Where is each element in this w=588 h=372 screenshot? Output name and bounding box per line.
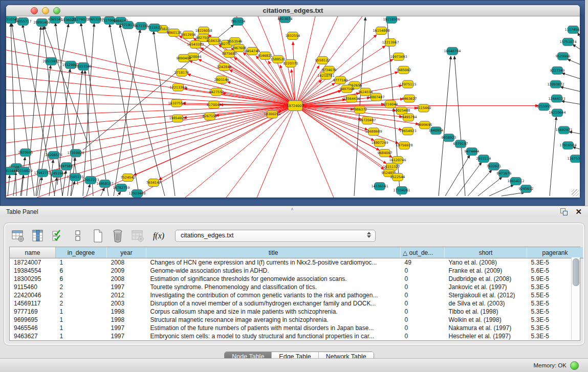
column-header-pagerank[interactable]: pagerank bbox=[527, 247, 583, 258]
network-edge[interactable] bbox=[39, 177, 42, 196]
network-node[interactable]: 9777169 bbox=[333, 76, 348, 84]
network-edge[interactable] bbox=[6, 106, 295, 157]
network-edge[interactable] bbox=[86, 184, 90, 196]
network-node[interactable]: 3624554 bbox=[358, 88, 373, 96]
network-node[interactable]: 8875685 bbox=[222, 50, 237, 57]
close-panel-icon[interactable]: ✕ bbox=[575, 207, 582, 216]
network-canvas[interactable]: 7463822886012889129541822605898275051654… bbox=[6, 16, 580, 198]
network-node[interactable]: 8427552 bbox=[209, 88, 224, 96]
table-row[interactable]: 977716911998Corpus callosum shape and si… bbox=[10, 308, 583, 316]
network-edge[interactable] bbox=[578, 33, 580, 37]
network-node[interactable]: 18724007 bbox=[287, 101, 303, 111]
network-node[interactable]: 9463627 bbox=[402, 95, 417, 102]
network-node[interactable]: 16107554 bbox=[168, 99, 185, 107]
network-node[interactable]: 9671355 bbox=[134, 22, 149, 30]
network-node[interactable]: 9938923 bbox=[442, 134, 456, 142]
network-node[interactable]: 10688609 bbox=[365, 128, 382, 136]
network-node[interactable]: 9365341 bbox=[48, 16, 63, 23]
network-node[interactable]: 6379197 bbox=[453, 140, 468, 148]
table-row[interactable]: 1872400712008Changes of HCN gene express… bbox=[10, 258, 583, 267]
table-row[interactable]: 946362711997Embryonic stem cells: a mode… bbox=[10, 332, 583, 340]
network-node[interactable]: 9684067 bbox=[378, 149, 393, 157]
network-edge[interactable] bbox=[117, 192, 121, 196]
window-resize-grip[interactable] bbox=[572, 189, 579, 196]
network-node[interactable]: 8912954 bbox=[181, 31, 196, 38]
network-node[interactable]: 2522544 bbox=[390, 173, 405, 181]
table-selector-dropdown[interactable]: citations_edges.txt bbox=[175, 230, 376, 242]
delete-table-icon[interactable] bbox=[130, 228, 145, 244]
network-edge[interactable] bbox=[456, 162, 482, 196]
select-rows-icon[interactable] bbox=[50, 228, 66, 244]
network-edge[interactable] bbox=[573, 45, 580, 49]
network-node[interactable]: 2803144 bbox=[214, 76, 229, 83]
network-node[interactable]: 9890404 bbox=[177, 54, 191, 62]
network-node[interactable]: 7857224 bbox=[231, 17, 246, 25]
network-node[interactable]: 1832554 bbox=[286, 32, 300, 39]
network-node[interactable]: 9558122 bbox=[315, 56, 330, 64]
network-node[interactable]: 19654923 bbox=[399, 127, 416, 135]
network-edge[interactable] bbox=[454, 56, 465, 196]
network-node[interactable]: 18226058 bbox=[195, 27, 212, 34]
column-header-year[interactable]: year bbox=[107, 247, 146, 258]
network-node[interactable]: 2718176 bbox=[175, 69, 189, 76]
network-node[interactable]: 7986372 bbox=[353, 106, 367, 114]
network-node[interactable]: 1640954 bbox=[429, 127, 444, 135]
network-node[interactable]: 15751074 bbox=[559, 38, 576, 46]
network-edge[interactable] bbox=[568, 59, 580, 64]
network-node[interactable]: 12975115 bbox=[399, 80, 416, 88]
network-node[interactable]: 8267150 bbox=[203, 113, 217, 120]
table-row[interactable]: 2242004622012Investigating the contribut… bbox=[10, 291, 583, 299]
network-node[interactable]: 9474444 bbox=[465, 148, 480, 156]
network-edge[interactable] bbox=[120, 25, 165, 196]
function-builder-icon[interactable]: f(x) bbox=[150, 231, 167, 240]
network-edge[interactable] bbox=[49, 160, 53, 196]
column-header-out_de[interactable]: △ out_de... bbox=[401, 247, 445, 258]
network-edge[interactable] bbox=[562, 73, 580, 79]
table-scrollbar-thumb[interactable] bbox=[573, 258, 579, 286]
network-edge[interactable] bbox=[154, 31, 175, 196]
network-node[interactable]: 16154808 bbox=[373, 27, 389, 34]
network-edge[interactable] bbox=[560, 87, 580, 92]
network-edge[interactable] bbox=[44, 26, 88, 144]
table-row[interactable]: 946554611997Estimation of the future num… bbox=[10, 324, 583, 332]
network-node[interactable]: 4170044 bbox=[207, 101, 222, 108]
panel-resize-grip-icon[interactable]: ∧ bbox=[291, 207, 294, 211]
network-window-titlebar[interactable]: citations_edges.txt bbox=[6, 5, 580, 16]
network-node[interactable]: 8215955 bbox=[537, 103, 552, 111]
network-node[interactable]: 30975887 bbox=[58, 163, 75, 170]
network-edge[interactable] bbox=[295, 106, 399, 144]
network-edge[interactable] bbox=[439, 56, 451, 196]
network-node[interactable]: 16648784 bbox=[444, 47, 461, 55]
network-node[interactable]: 9699695 bbox=[418, 121, 432, 129]
network-node[interactable]: 12213967 bbox=[382, 38, 399, 46]
network-node[interactable]: 8860128 bbox=[167, 29, 182, 36]
network-edge[interactable] bbox=[13, 172, 16, 196]
network-edge[interactable] bbox=[561, 101, 580, 104]
column-header-title[interactable]: title bbox=[146, 247, 401, 258]
network-node[interactable]: 9497568 bbox=[340, 85, 355, 93]
new-column-icon[interactable] bbox=[90, 228, 105, 244]
network-node[interactable]: 19756928 bbox=[396, 142, 412, 149]
network-node[interactable]: 9245612 bbox=[519, 185, 534, 193]
network-node[interactable]: 9227349 bbox=[550, 67, 565, 74]
network-node[interactable]: 9529966 bbox=[556, 52, 571, 60]
network-node[interactable]: 11174567 bbox=[564, 26, 580, 33]
network-node[interactable]: 8813074 bbox=[278, 16, 293, 23]
network-node[interactable]: 14136141 bbox=[371, 183, 388, 190]
network-edge[interactable] bbox=[445, 155, 470, 196]
network-node[interactable]: 10654112 bbox=[507, 178, 524, 185]
network-node[interactable]: 7634147 bbox=[146, 179, 161, 187]
delete-column-icon[interactable] bbox=[110, 228, 125, 244]
network-edge[interactable] bbox=[81, 23, 108, 196]
network-node[interactable]: 17359928 bbox=[67, 149, 84, 157]
table-row[interactable]: 1938455462009Genome-wide association stu… bbox=[10, 267, 583, 275]
network-node[interactable]: 8471676 bbox=[497, 170, 512, 178]
network-node[interactable]: 11675344 bbox=[567, 155, 580, 163]
column-header-in_degree[interactable]: in_degree bbox=[56, 247, 107, 258]
network-node[interactable]: 19218506 bbox=[383, 16, 400, 23]
network-node[interactable]: 12923448 bbox=[128, 190, 145, 198]
network-node[interactable]: 9734078 bbox=[322, 66, 337, 74]
network-node[interactable]: 17016504 bbox=[559, 142, 576, 149]
network-node[interactable]: 6216044 bbox=[383, 100, 398, 108]
network-node[interactable]: 8220370 bbox=[284, 59, 298, 67]
